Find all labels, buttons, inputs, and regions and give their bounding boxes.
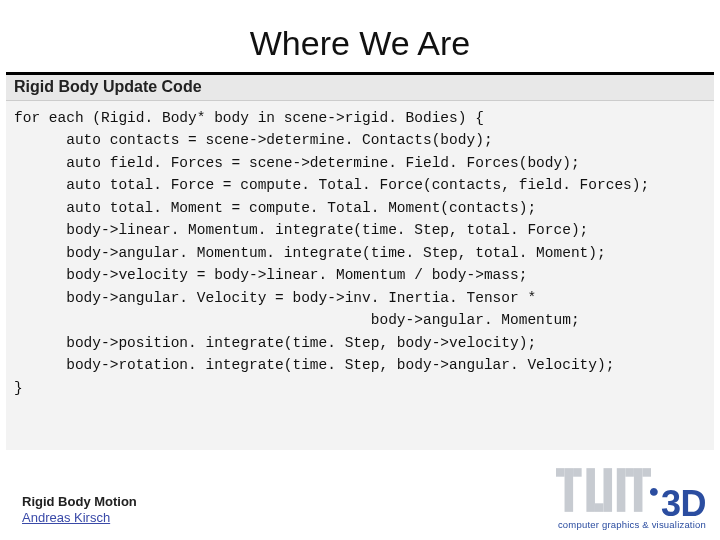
svg-rect-2 xyxy=(573,468,582,477)
svg-rect-0 xyxy=(556,468,565,477)
svg-rect-1 xyxy=(564,468,573,512)
logo-row: ●3D xyxy=(556,468,706,521)
footer-topic: Rigid Body Motion xyxy=(22,494,137,510)
svg-rect-7 xyxy=(625,468,634,477)
slide-title: Where We Are xyxy=(0,0,720,69)
svg-rect-3 xyxy=(586,468,595,512)
svg-rect-4 xyxy=(595,503,604,512)
brand-dot-icon: ● xyxy=(649,481,659,501)
svg-rect-8 xyxy=(633,468,642,512)
svg-rect-5 xyxy=(603,468,612,512)
code-block: for each (Rigid. Body* body in scene->ri… xyxy=(6,101,714,450)
svg-rect-6 xyxy=(616,468,625,512)
brand-3d-text: 3D xyxy=(661,483,706,524)
footer: Rigid Body Motion Andreas Kirsch xyxy=(22,494,137,527)
brand-3d: ●3D xyxy=(651,483,706,525)
footer-author: Andreas Kirsch xyxy=(22,510,137,526)
logo-area: ●3D computer graphics & visualization xyxy=(556,468,706,530)
slide: Where We Are Rigid Body Update Code for … xyxy=(0,0,720,540)
svg-rect-9 xyxy=(642,468,651,477)
section-heading: Rigid Body Update Code xyxy=(6,75,714,101)
tum-logo-icon xyxy=(556,468,651,512)
